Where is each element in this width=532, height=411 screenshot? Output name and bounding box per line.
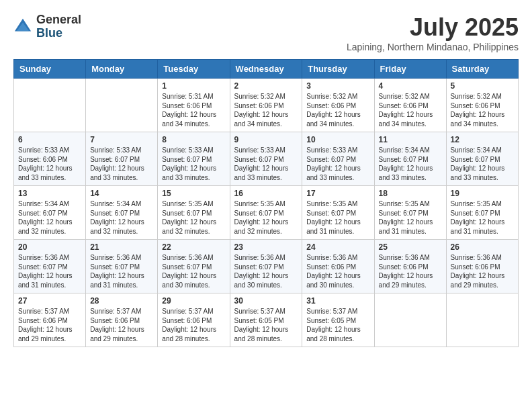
day-number: 19 [451,189,514,198]
calendar-week-row: 27Sunrise: 5:37 AM Sunset: 6:06 PM Dayli… [14,293,519,347]
cell-info: Sunrise: 5:37 AM Sunset: 6:06 PM Dayligh… [162,307,225,343]
calendar-week-row: 13Sunrise: 5:34 AM Sunset: 6:07 PM Dayli… [14,186,519,240]
day-number: 17 [306,189,369,198]
calendar-cell: 29Sunrise: 5:37 AM Sunset: 6:06 PM Dayli… [158,293,230,347]
calendar-week-row: 6Sunrise: 5:33 AM Sunset: 6:06 PM Daylig… [14,132,519,186]
calendar-cell: 7Sunrise: 5:33 AM Sunset: 6:07 PM Daylig… [86,132,158,186]
calendar-cell: 3Sunrise: 5:32 AM Sunset: 6:06 PM Daylig… [302,79,374,132]
day-number: 22 [162,242,225,252]
cell-info: Sunrise: 5:36 AM Sunset: 6:06 PM Dayligh… [379,253,442,289]
cell-info: Sunrise: 5:32 AM Sunset: 6:06 PM Dayligh… [379,92,442,128]
cell-info: Sunrise: 5:35 AM Sunset: 6:07 PM Dayligh… [306,199,369,236]
cell-info: Sunrise: 5:33 AM Sunset: 6:07 PM Dayligh… [234,146,298,182]
cell-info: Sunrise: 5:36 AM Sunset: 6:07 PM Dayligh… [18,253,81,289]
location-subtitle: Lapining, Northern Mindanao, Philippines [347,42,519,52]
cell-info: Sunrise: 5:32 AM Sunset: 6:06 PM Dayligh… [306,92,369,128]
day-number: 29 [162,296,225,306]
weekday-header-monday: Monday [86,60,158,79]
weekday-header-sunday: Sunday [14,60,86,79]
calendar-cell: 20Sunrise: 5:36 AM Sunset: 6:07 PM Dayli… [14,240,86,293]
calendar-table: SundayMondayTuesdayWednesdayThursdayFrid… [13,59,519,347]
day-number: 28 [90,296,153,306]
logo-general-text: General [36,13,81,27]
day-number: 7 [90,135,153,144]
weekday-header-saturday: Saturday [446,60,518,79]
cell-info: Sunrise: 5:37 AM Sunset: 6:05 PM Dayligh… [234,307,298,343]
weekday-header-row: SundayMondayTuesdayWednesdayThursdayFrid… [14,60,519,79]
day-number: 9 [234,135,298,144]
day-number: 24 [306,242,369,252]
weekday-header-thursday: Thursday [302,60,374,79]
day-number: 11 [379,135,442,144]
calendar-cell: 25Sunrise: 5:36 AM Sunset: 6:06 PM Dayli… [374,240,446,293]
day-number: 1 [162,81,225,91]
calendar-cell: 18Sunrise: 5:35 AM Sunset: 6:07 PM Dayli… [374,186,446,240]
calendar-cell: 8Sunrise: 5:33 AM Sunset: 6:07 PM Daylig… [158,132,230,186]
cell-info: Sunrise: 5:35 AM Sunset: 6:07 PM Dayligh… [451,199,514,236]
calendar-week-row: 20Sunrise: 5:36 AM Sunset: 6:07 PM Dayli… [14,240,519,293]
calendar-cell: 14Sunrise: 5:34 AM Sunset: 6:07 PM Dayli… [86,186,158,240]
weekday-header-tuesday: Tuesday [158,60,230,79]
cell-info: Sunrise: 5:31 AM Sunset: 6:06 PM Dayligh… [162,92,225,128]
cell-info: Sunrise: 5:33 AM Sunset: 6:07 PM Dayligh… [90,146,153,182]
logo-icon [13,17,32,36]
day-number: 10 [306,135,369,144]
calendar-cell: 13Sunrise: 5:34 AM Sunset: 6:07 PM Dayli… [14,186,86,240]
day-number: 20 [18,242,81,252]
logo: General Blue [13,13,81,40]
day-number: 2 [234,81,298,91]
day-number: 8 [162,135,225,144]
cell-info: Sunrise: 5:32 AM Sunset: 6:06 PM Dayligh… [234,92,298,128]
calendar-cell [86,79,158,132]
day-number: 30 [234,296,298,306]
calendar-week-row: 1Sunrise: 5:31 AM Sunset: 6:06 PM Daylig… [14,79,519,132]
calendar-cell: 16Sunrise: 5:35 AM Sunset: 6:07 PM Dayli… [230,186,302,240]
logo-blue-text: Blue [36,27,81,40]
day-number: 31 [306,296,369,306]
cell-info: Sunrise: 5:35 AM Sunset: 6:07 PM Dayligh… [162,199,225,236]
day-number: 14 [90,189,153,198]
cell-info: Sunrise: 5:36 AM Sunset: 6:06 PM Dayligh… [306,253,369,289]
cell-info: Sunrise: 5:34 AM Sunset: 6:07 PM Dayligh… [379,146,442,182]
day-number: 21 [90,242,153,252]
calendar-cell: 23Sunrise: 5:36 AM Sunset: 6:07 PM Dayli… [230,240,302,293]
calendar-cell: 26Sunrise: 5:36 AM Sunset: 6:06 PM Dayli… [446,240,518,293]
cell-info: Sunrise: 5:33 AM Sunset: 6:06 PM Dayligh… [18,146,81,182]
cell-info: Sunrise: 5:32 AM Sunset: 6:06 PM Dayligh… [451,92,514,128]
day-number: 23 [234,242,298,252]
cell-info: Sunrise: 5:36 AM Sunset: 6:06 PM Dayligh… [451,253,514,289]
calendar-cell: 24Sunrise: 5:36 AM Sunset: 6:06 PM Dayli… [302,240,374,293]
calendar-cell [14,79,86,132]
cell-info: Sunrise: 5:35 AM Sunset: 6:07 PM Dayligh… [379,199,442,236]
calendar-cell: 17Sunrise: 5:35 AM Sunset: 6:07 PM Dayli… [302,186,374,240]
calendar-cell: 4Sunrise: 5:32 AM Sunset: 6:06 PM Daylig… [374,79,446,132]
weekday-header-friday: Friday [374,60,446,79]
cell-info: Sunrise: 5:34 AM Sunset: 6:07 PM Dayligh… [451,146,514,182]
day-number: 25 [379,242,442,252]
cell-info: Sunrise: 5:36 AM Sunset: 6:07 PM Dayligh… [162,253,225,289]
calendar-cell: 11Sunrise: 5:34 AM Sunset: 6:07 PM Dayli… [374,132,446,186]
calendar-cell [446,293,518,347]
cell-info: Sunrise: 5:34 AM Sunset: 6:07 PM Dayligh… [18,199,81,236]
calendar-cell: 27Sunrise: 5:37 AM Sunset: 6:06 PM Dayli… [14,293,86,347]
calendar-cell: 6Sunrise: 5:33 AM Sunset: 6:06 PM Daylig… [14,132,86,186]
day-number: 27 [18,296,81,306]
calendar-cell: 15Sunrise: 5:35 AM Sunset: 6:07 PM Dayli… [158,186,230,240]
calendar-cell: 21Sunrise: 5:36 AM Sunset: 6:07 PM Dayli… [86,240,158,293]
logo-text: General Blue [36,13,81,40]
cell-info: Sunrise: 5:37 AM Sunset: 6:06 PM Dayligh… [18,307,81,343]
cell-info: Sunrise: 5:36 AM Sunset: 6:07 PM Dayligh… [234,253,298,289]
calendar-cell: 5Sunrise: 5:32 AM Sunset: 6:06 PM Daylig… [446,79,518,132]
calendar-cell: 9Sunrise: 5:33 AM Sunset: 6:07 PM Daylig… [230,132,302,186]
day-number: 5 [451,81,514,91]
cell-info: Sunrise: 5:35 AM Sunset: 6:07 PM Dayligh… [234,199,298,236]
cell-info: Sunrise: 5:33 AM Sunset: 6:07 PM Dayligh… [162,146,225,182]
calendar-cell: 28Sunrise: 5:37 AM Sunset: 6:06 PM Dayli… [86,293,158,347]
calendar-cell: 31Sunrise: 5:37 AM Sunset: 6:05 PM Dayli… [302,293,374,347]
day-number: 13 [18,189,81,198]
cell-info: Sunrise: 5:33 AM Sunset: 6:07 PM Dayligh… [306,146,369,182]
title-section: July 2025 Lapining, Northern Mindanao, P… [347,13,519,52]
calendar-cell: 22Sunrise: 5:36 AM Sunset: 6:07 PM Dayli… [158,240,230,293]
day-number: 15 [162,189,225,198]
day-number: 18 [379,189,442,198]
